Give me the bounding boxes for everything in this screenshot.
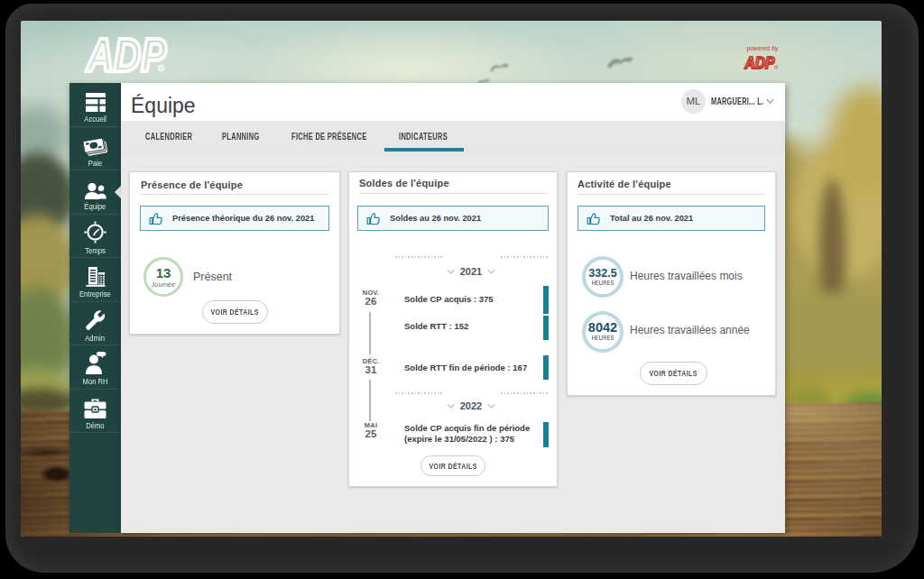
svg-text:R: R: [160, 66, 163, 71]
svg-text:ADP: ADP: [744, 53, 775, 72]
svg-text:ADP: ADP: [85, 29, 166, 81]
